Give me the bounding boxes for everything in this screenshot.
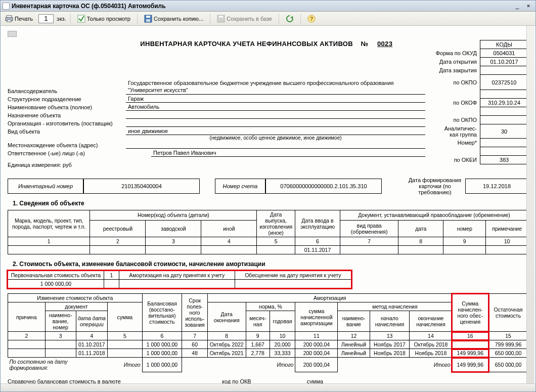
purpose-value	[126, 112, 425, 119]
codes-table: КОДЫ Форма по ОКУД0504031 Дата открытия0…	[432, 40, 529, 164]
acct-value: 07060000000000000.2.101.35.310	[265, 179, 382, 194]
table-row: 01.10.20171 000 000,0060Октябрь 20221,66…	[8, 340, 528, 349]
form-date-label: Дата формирования карточки (по требовани…	[405, 179, 465, 194]
unit-label: Единица измерения: руб	[8, 162, 124, 168]
svg-rect-6	[146, 19, 150, 22]
floppy-icon	[144, 15, 152, 23]
section1-table: Марка, модель, проект, тип, порода, пасп…	[8, 210, 528, 254]
doc-title: ИНВЕНТАРНАЯ КАРТОЧКА УЧЕТА НЕФИНАНСОВЫХ …	[109, 40, 427, 48]
copies-input[interactable]	[38, 14, 54, 23]
window-doc-icon	[3, 3, 10, 10]
svg-rect-5	[146, 16, 150, 18]
kind-value: иное движимое	[126, 128, 425, 135]
vertical-scrollbar[interactable]	[526, 26, 534, 383]
save-copy-label: Сохранить копию...	[154, 16, 203, 22]
svg-rect-2	[7, 20, 11, 22]
section2-initial-table: Первоначальная стоимость объекта1Амортиз…	[8, 271, 351, 288]
name-label: Наименование объекта (полное)	[8, 104, 124, 111]
maker-label: Организация - изготовитель (поставщик)	[8, 120, 124, 127]
table-total-row: По состоянию на дату формирования: Итого…	[8, 358, 528, 372]
close-button[interactable]: ×	[523, 2, 533, 10]
purpose-label: Назначение объекта	[8, 112, 124, 119]
refresh-icon	[286, 15, 294, 23]
holder-value: Государственное образовательное бюджетно…	[126, 79, 425, 95]
save-copy-button[interactable]: Сохранить копию...	[142, 13, 206, 24]
section1-title: 1. Сведения об объекте	[13, 200, 528, 207]
table-row: 01.11.20181 000 000,0048Октябрь 20212,77…	[8, 349, 528, 358]
copies-unit: экз.	[57, 16, 66, 22]
svg-rect-8	[219, 16, 223, 18]
resp-value: Петров Павел Иванович	[151, 150, 425, 157]
holder-label: Балансодержатель	[8, 88, 124, 95]
doc-number: 0023	[374, 40, 395, 48]
checkbox-checked-icon	[77, 15, 85, 23]
window-title: Инвентарная карточка ОС (ф.0504031) Авто…	[12, 3, 166, 10]
floppy-db-icon	[217, 15, 225, 23]
inv-label: Инвентарный номер	[8, 179, 83, 194]
save-db-label: Сохранить в базе	[227, 16, 272, 22]
print-button[interactable]: Печать	[3, 13, 35, 24]
print-label: Печать	[15, 16, 33, 22]
resp-label: Ответственное (-ые) лицо (-а)	[8, 150, 149, 157]
preview-label: Только просмотр	[87, 16, 130, 22]
section2-amort-table: Изменение стоимости объекта Балансовая (…	[8, 293, 528, 372]
location-value	[126, 142, 425, 149]
refresh-button[interactable]	[283, 13, 296, 24]
save-db-button[interactable]: Сохранить в базе	[214, 13, 275, 24]
horizontal-scrollbar[interactable]	[1, 383, 535, 391]
printer-icon	[5, 15, 13, 23]
maker-value	[126, 120, 425, 127]
name-value: Автомобиль	[126, 104, 425, 111]
selection-marker	[8, 31, 17, 37]
inv-value: 2101350400004	[83, 179, 200, 194]
preview-toggle[interactable]: Только просмотр	[75, 13, 133, 24]
location-label: Местонахождение объекта (адрес)	[8, 142, 124, 149]
help-button[interactable]: ?	[305, 13, 318, 24]
section2-title: 2. Стоимость объекта, изменение балансов…	[13, 260, 528, 268]
help-icon: ?	[307, 15, 316, 23]
form-date-value: 19.12.2018	[465, 179, 528, 194]
dept-value: Гараж	[126, 96, 425, 103]
kind-note: (недвижимое, особо ценное движимое, иное…	[124, 135, 427, 141]
acct-label: Номер счета	[215, 179, 265, 194]
svg-text:?: ?	[310, 16, 314, 22]
kind-label: Вид объекта	[8, 128, 124, 135]
minimize-button[interactable]: _	[512, 2, 522, 10]
svg-rect-0	[7, 16, 12, 18]
dept-label: Структурное подразделение	[8, 96, 124, 103]
